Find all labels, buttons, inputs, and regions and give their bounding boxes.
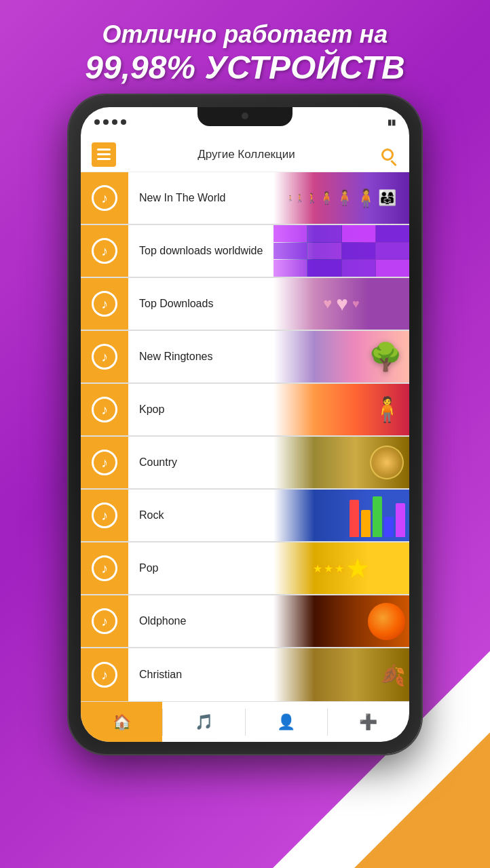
item-icon: ♪ [81,595,128,648]
nav-home[interactable]: 🏠 [81,702,162,742]
app-title: Другие Коллекции [116,148,377,161]
item-label: New Ringtones [128,351,409,363]
phone-mockup: ▮▮ Другие Коллекции [69,95,421,754]
list-item[interactable]: ♪ Pop ★ ★ ★ ★ [81,542,409,595]
music-note-icon: ♪ [92,502,117,528]
notch [197,107,293,126]
hamburger-button[interactable] [92,142,116,167]
nav-user[interactable]: 👤 [246,702,327,742]
hamburger-line1 [97,149,111,151]
item-icon: ♪ [81,225,128,277]
music-collection-icon: 🎵 [195,713,213,731]
item-icon: ♪ [81,437,128,489]
camera [242,113,248,119]
music-note-icon: ♪ [92,344,117,370]
phone-outer: ▮▮ Другие Коллекции [69,95,421,754]
list-item[interactable]: ♪ Country [81,437,409,490]
item-icon: ♪ [81,331,128,383]
item-label: Christian [128,669,409,681]
item-label: Country [128,456,409,469]
item-icon: ♪ [81,172,128,224]
item-label: Kpop [128,403,409,416]
list-item[interactable]: ♪ Oldphone [81,595,409,648]
list-item[interactable]: ♪ Top Downloads ♥ ♥ ♥ [81,278,409,331]
music-note-icon: ♪ [92,397,117,422]
signal-dots [94,119,126,125]
search-handle [390,159,396,165]
list-item[interactable]: ♪ New In The World 🚶 🚶 🚶 🧍 🧍 🧍 👨‍👩‍� [81,172,409,225]
promo-header: Отлично работает на 99,98% УСТРОЙСТВ [0,0,490,100]
music-note-icon: ♪ [92,555,117,581]
dot2 [103,119,109,125]
item-label: Top downloads worldwide [128,245,409,257]
search-button[interactable] [377,144,398,165]
promo-line2: 99,98% УСТРОЙСТВ [0,49,490,86]
dot3 [112,119,117,125]
nav-music[interactable]: 🎵 [163,702,244,742]
item-label: Rock [128,509,409,521]
home-icon: 🏠 [113,713,131,731]
list-item[interactable]: ♪ Top downloads worldwide [81,225,409,278]
music-note-icon: ♪ [92,662,117,688]
item-icon: ♪ [81,542,128,595]
item-label: New In The World [128,192,409,204]
music-note-icon: ♪ [92,608,117,634]
list-item[interactable]: ♪ Rock [81,490,409,542]
item-label: Oldphone [128,615,409,627]
search-icon [381,149,394,161]
list-item[interactable]: ♪ Christian 🍂 [81,648,409,701]
item-label: Pop [128,562,409,574]
list-item[interactable]: ♪ New Ringtones 🌳 [81,331,409,384]
battery-indicator: ▮▮ [388,118,396,127]
dot1 [94,119,100,125]
hamburger-line3 [97,158,111,160]
item-icon: ♪ [81,278,128,330]
list-item[interactable]: ♪ Kpop 🧍 [81,384,409,437]
music-note-icon: ♪ [92,291,117,317]
music-note-icon: ♪ [92,238,117,264]
music-note-icon: ♪ [92,450,117,475]
dot4 [121,119,126,125]
user-icon: 👤 [277,713,295,731]
music-note-icon: ♪ [92,185,117,211]
phone-inner: ▮▮ Другие Коллекции [81,107,409,742]
promo-line1: Отлично работает на [0,20,490,49]
item-icon: ♪ [81,490,128,542]
nav-add[interactable]: ➕ [328,702,409,742]
category-list: ♪ New In The World 🚶 🚶 🚶 🧍 🧍 🧍 👨‍👩‍� [81,172,409,701]
item-label: Top Downloads [128,298,409,310]
item-icon: ♪ [81,384,128,436]
hamburger-line2 [97,153,111,155]
item-icon: ♪ [81,648,128,701]
app-header: Другие Коллекции [81,137,409,172]
bottom-navigation: 🏠 🎵 👤 ➕ [81,701,409,742]
status-bar: ▮▮ [81,107,409,137]
